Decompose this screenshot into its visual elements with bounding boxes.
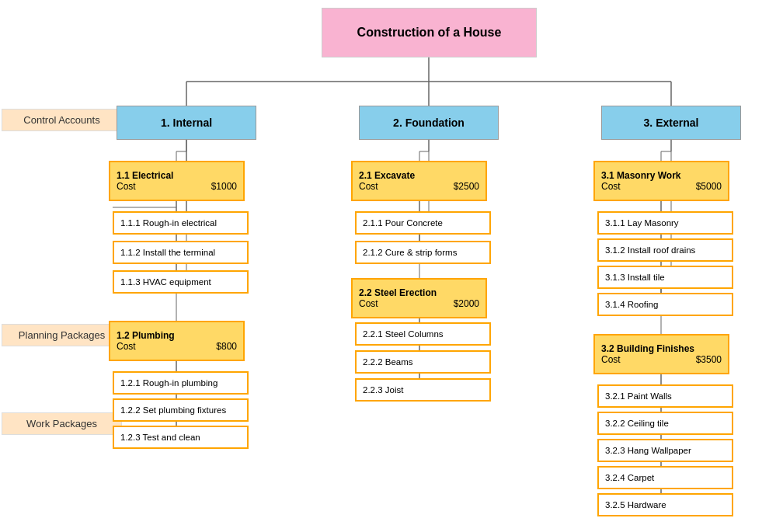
external-box: 3. External xyxy=(601,106,741,140)
building-finishes-cost-label: Cost xyxy=(601,354,621,365)
pour-concrete-box: 2.1.1 Pour Concrete xyxy=(355,211,491,235)
steel-erection-box: 2.2 Steel Erection Cost $2000 xyxy=(351,278,487,318)
steel-erection-title: 2.2 Steel Erection xyxy=(359,287,479,298)
hang-wallpaper-box: 3.2.3 Hang Wallpaper xyxy=(597,439,733,462)
plumbing-cost-value: $800 xyxy=(216,341,237,352)
work-packages-label: Work Packages xyxy=(2,412,122,435)
plumbing-cost-label: Cost xyxy=(117,341,136,352)
plumbing-title: 1.2 Plumbing xyxy=(117,330,237,341)
cure-strip-box: 2.1.2 Cure & strip forms xyxy=(355,241,491,264)
steel-erection-cost-value: $2000 xyxy=(454,298,479,309)
masonry-cost-value: $5000 xyxy=(696,181,722,192)
test-clean-box: 1.2.3 Test and clean xyxy=(113,426,249,449)
rough-electrical-box: 1.1.1 Rough-in electrical xyxy=(113,211,249,235)
hvac-box: 1.1.3 HVAC equipment xyxy=(113,270,249,294)
roofing-box: 3.1.4 Roofing xyxy=(597,293,733,316)
electrical-title: 1.1 Electrical xyxy=(117,170,237,181)
lay-masonry-box: 3.1.1 Lay Masonry xyxy=(597,211,733,235)
building-finishes-cost-value: $3500 xyxy=(696,354,722,365)
electrical-cost-value: $1000 xyxy=(211,181,237,192)
install-terminal-box: 1.1.2 Install the terminal xyxy=(113,241,249,264)
building-finishes-cost: Cost $3500 xyxy=(601,354,722,365)
electrical-cost: Cost $1000 xyxy=(117,181,237,192)
set-plumbing-box: 1.2.2 Set plumbing fixtures xyxy=(113,398,249,422)
masonry-cost-label: Cost xyxy=(601,181,621,192)
excavate-cost-label: Cost xyxy=(359,181,378,192)
root-title: Construction of a House xyxy=(322,8,537,57)
foundation-box: 2. Foundation xyxy=(359,106,499,140)
carpet-box: 3.2.4 Carpet xyxy=(597,466,733,489)
masonry-title: 3.1 Masonry Work xyxy=(601,170,722,181)
control-accounts-label: Control Accounts xyxy=(2,109,122,131)
building-finishes-title: 3.2 Building Finishes xyxy=(601,343,722,354)
install-roof-drains-box: 3.1.2 Install roof drains xyxy=(597,238,733,262)
excavate-cost-value: $2500 xyxy=(454,181,479,192)
excavate-cost: Cost $2500 xyxy=(359,181,479,192)
plumbing-box: 1.2 Plumbing Cost $800 xyxy=(109,321,245,361)
paint-walls-box: 3.2.1 Paint Walls xyxy=(597,384,733,408)
diagram-container: Construction of a House Control Accounts… xyxy=(0,0,783,532)
building-finishes-box: 3.2 Building Finishes Cost $3500 xyxy=(593,334,729,374)
planning-packages-label: Planning Packages xyxy=(2,324,122,346)
masonry-box: 3.1 Masonry Work Cost $5000 xyxy=(593,161,729,201)
install-tile-box: 3.1.3 Install tile xyxy=(597,266,733,289)
excavate-title: 2.1 Excavate xyxy=(359,170,479,181)
masonry-cost: Cost $5000 xyxy=(601,181,722,192)
excavate-box: 2.1 Excavate Cost $2500 xyxy=(351,161,487,201)
plumbing-cost: Cost $800 xyxy=(117,341,237,352)
internal-box: 1. Internal xyxy=(117,106,256,140)
rough-plumbing-box: 1.2.1 Rough-in plumbing xyxy=(113,371,249,395)
hardware-box: 3.2.5 Hardware xyxy=(597,493,733,516)
steel-columns-box: 2.2.1 Steel Columns xyxy=(355,322,491,346)
steel-erection-cost-label: Cost xyxy=(359,298,378,309)
electrical-cost-label: Cost xyxy=(117,181,136,192)
joist-box: 2.2.3 Joist xyxy=(355,378,491,402)
electrical-box: 1.1 Electrical Cost $1000 xyxy=(109,161,245,201)
ceiling-tile-box: 3.2.2 Ceiling tile xyxy=(597,412,733,435)
steel-erection-cost: Cost $2000 xyxy=(359,298,479,309)
beams-box: 2.2.2 Beams xyxy=(355,350,491,374)
